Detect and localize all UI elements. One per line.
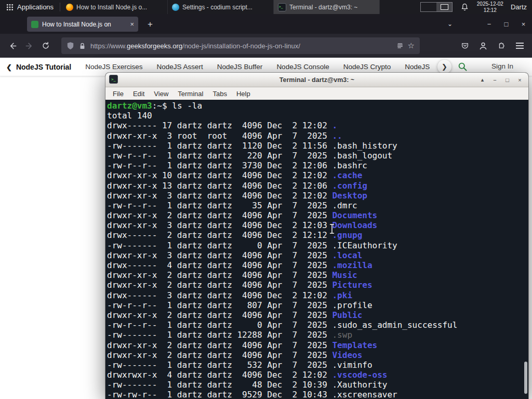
- browser-minimize-button[interactable]: −: [481, 14, 498, 34]
- taskbar: How to Install Node.js o...Settings - co…: [62, 0, 380, 14]
- taskbar-button[interactable]: How to Install Node.js o...: [62, 0, 168, 14]
- file-name: .local: [332, 250, 362, 260]
- terminal-close-button[interactable]: ×: [514, 75, 525, 85]
- reload-icon: [42, 42, 50, 50]
- terminal-output-line: drwx------ 2 dartz dartz 4096 Dec 2 12:1…: [107, 230, 528, 240]
- terminal-menu-file[interactable]: File: [108, 90, 128, 98]
- tab-close-button[interactable]: ×: [128, 20, 134, 28]
- terminal-prompt-line: dartz@vm3:~$ ls -la: [107, 101, 528, 111]
- prompt-path: ~: [157, 101, 162, 111]
- sign-in-button[interactable]: Sign In: [491, 62, 513, 70]
- prompt-command: ls -la: [172, 101, 202, 111]
- url-bar[interactable]: https://www.geeksforgeeks.org/node-js/in…: [61, 37, 420, 54]
- file-name: .vscode-oss: [332, 370, 387, 380]
- new-tab-button[interactable]: +: [143, 18, 157, 31]
- browser-tab[interactable]: How to Install Node.js on ×: [27, 17, 138, 32]
- url-prefix: https://www.: [90, 42, 127, 50]
- terminal-scrollbar[interactable]: [523, 100, 528, 398]
- file-name: .Xauthority: [332, 380, 387, 390]
- file-attributes: drwxr-xr-x 3 dartz dartz 4096 Dec 2 12:0…: [107, 191, 332, 201]
- workspace-1[interactable]: [421, 3, 436, 11]
- terminal-output-line: drwxr-xr-x 2 dartz dartz 4096 Apr 7 2025…: [107, 350, 528, 360]
- taskbar-button[interactable]: Terminal - dartz@vm3: ~: [274, 0, 380, 14]
- file-name: Videos: [332, 350, 362, 360]
- terminal-menu-view[interactable]: View: [149, 90, 173, 98]
- firefox-task-icon: [66, 4, 73, 11]
- terminal-output-line: -rw------- 1 dartz dartz 1120 Dec 2 11:5…: [107, 141, 528, 151]
- notifications-button[interactable]: [461, 3, 469, 11]
- back-button[interactable]: [4, 37, 21, 54]
- pocket-icon[interactable]: [457, 37, 473, 54]
- account-icon[interactable]: [475, 37, 491, 54]
- nav-back-chevron-icon[interactable]: [6, 61, 12, 72]
- task-title: Settings - codium script...: [182, 4, 252, 11]
- applications-grid-icon: [6, 4, 14, 11]
- terminal-menu-tabs[interactable]: Tabs: [208, 90, 231, 98]
- terminal-output-line: drwxr-xr-x 2 dartz dartz 4096 Apr 7 2025…: [107, 340, 528, 350]
- terminal-shade-button[interactable]: ▴: [477, 75, 488, 85]
- reload-button[interactable]: [37, 37, 54, 54]
- browser-restore-button[interactable]: □: [498, 14, 515, 34]
- file-attributes: drwx------ 17 dartz dartz 4096 Dec 2 12:…: [107, 121, 332, 130]
- file-attributes: drwxr-xr-x 10 dartz dartz 4096 Dec 2 12:…: [107, 170, 332, 180]
- nav-scroll-right-button[interactable]: [437, 60, 451, 74]
- applications-menu[interactable]: Applications: [0, 0, 60, 14]
- file-name: .ICEauthority: [332, 241, 397, 250]
- terminal-output-line: drwxr-xr-x 3 dartz dartz 4096 Apr 7 2025…: [107, 250, 528, 260]
- extensions-puzzle-icon[interactable]: [493, 37, 510, 54]
- terminal-maximize-button[interactable]: □: [502, 75, 513, 85]
- taskbar-button[interactable]: Settings - codium script...: [168, 0, 274, 14]
- file-attributes: drwxr-xr-x 3 dartz dartz 4096 Dec 2 12:0…: [107, 220, 332, 230]
- file-name: Documents: [332, 210, 377, 220]
- nav-link[interactable]: NodeJS DNS: [405, 63, 432, 71]
- workspace-window-icon: [441, 4, 448, 10]
- terminal-task-icon: [278, 3, 286, 11]
- terminal-menu-help[interactable]: Help: [232, 90, 255, 98]
- file-attributes: drwxr-xr-x 2 dartz dartz 4096 Apr 7 2025: [107, 310, 332, 320]
- terminal-menu-edit[interactable]: Edit: [128, 90, 149, 98]
- nav-link[interactable]: NodeJS Crypto: [343, 63, 391, 71]
- browser-close-button[interactable]: ×: [515, 14, 532, 34]
- terminal-output-line: -rw------- 1 dartz dartz 48 Dec 2 10:39 …: [107, 380, 528, 390]
- bell-icon: [461, 3, 469, 11]
- bookmark-star-icon[interactable]: ☆: [408, 41, 415, 50]
- file-name: .gnupg: [332, 230, 362, 240]
- terminal-titlebar[interactable]: Terminal - dartz@vm3: ~ ▴ − □ ×: [105, 73, 528, 87]
- prompt-user-host: dartz@vm3: [107, 101, 152, 111]
- terminal-output-line: -rw-r--r-- 1 dartz dartz 0 Apr 7 2025 .s…: [107, 320, 528, 330]
- clock[interactable]: 2025-12-02 12:12: [477, 1, 503, 14]
- nav-link[interactable]: NodeJS Buffer: [217, 63, 263, 71]
- nav-link[interactable]: NodeJS Exercises: [85, 63, 142, 71]
- workspace-pager[interactable]: [420, 2, 453, 12]
- menu-hamburger-icon[interactable]: [511, 37, 528, 54]
- file-name: .: [332, 121, 337, 130]
- file-attributes: -rw-r--r-- 1 dartz dartz 0 Apr 7 2025: [107, 320, 332, 330]
- file-attributes: drwxr-xr-x 3 dartz dartz 4096 Apr 7 2025: [107, 250, 332, 260]
- site-search-button[interactable]: [458, 62, 468, 74]
- terminal-output[interactable]: dartz@vm3:~$ ls -latotal 140drwx------ 1…: [105, 100, 528, 399]
- file-name: Desktop: [332, 191, 367, 201]
- scrollbar-thumb[interactable]: [524, 362, 527, 394]
- terminal-output-line: total 140: [107, 111, 528, 121]
- terminal-output-line: drwxr-xr-x 3 dartz dartz 4096 Dec 2 12:0…: [107, 191, 528, 201]
- terminal-output-line: drwxr-xr-x 2 dartz dartz 4096 Apr 7 2025…: [107, 310, 528, 320]
- file-name: .cache: [332, 170, 362, 180]
- list-tabs-chevron-icon[interactable]: ⌄: [441, 14, 459, 34]
- terminal-menu-terminal[interactable]: Terminal: [173, 90, 208, 98]
- file-attributes: drwxr-xr-x 2 dartz dartz 4096 Apr 7 2025: [107, 280, 332, 290]
- forward-button[interactable]: [21, 37, 37, 54]
- nav-link[interactable]: NodeJS Assert: [157, 63, 203, 71]
- file-attributes: drwx------ 3 dartz dartz 4096 Dec 2 12:0…: [107, 290, 332, 300]
- user-menu[interactable]: Dartz: [511, 3, 527, 11]
- terminal-minimize-button[interactable]: −: [489, 75, 500, 85]
- tracking-protection-shield-icon[interactable]: [66, 42, 74, 50]
- file-attributes: drwxr-xr-x 2 dartz dartz 4096 Apr 7 2025: [107, 270, 332, 280]
- navigation-toolbar: https://www.geeksforgeeks.org/node-js/in…: [0, 34, 532, 58]
- terminal-output-line: -rw-rw-r-- 1 dartz dartz 9529 Dec 2 10:4…: [107, 390, 528, 399]
- workspace-2-active[interactable]: [436, 3, 452, 11]
- terminal-output-line: drwxr-xr-x 10 dartz dartz 4096 Dec 2 12:…: [107, 170, 528, 180]
- terminal-output-line: drwxr-xr-x 2 dartz dartz 4096 Apr 7 2025…: [107, 210, 528, 220]
- reader-mode-icon[interactable]: [396, 42, 404, 49]
- nav-link[interactable]: NodeJS Tutorial: [16, 63, 71, 71]
- nav-link[interactable]: NodeJS Console: [276, 63, 329, 71]
